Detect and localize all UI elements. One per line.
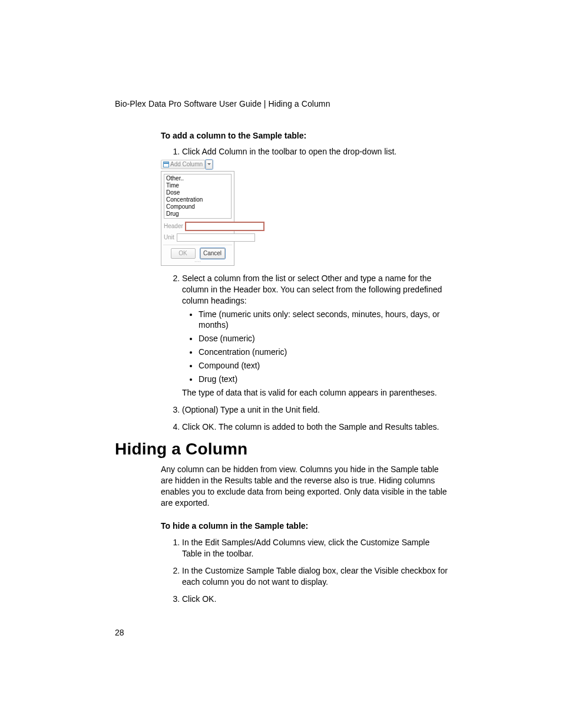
bullet-time: Time (numeric units only: select seconds… (199, 309, 449, 331)
option-concentration[interactable]: Concentration (166, 196, 229, 203)
cancel-button[interactable]: Cancel (200, 248, 225, 259)
bullet-dose: Dose (numeric) (199, 333, 449, 344)
bullet-drug: Drug (text) (199, 374, 449, 385)
page-number: 28 (115, 628, 124, 637)
breadcrumb: Bio-Plex Data Pro Software User Guide | … (115, 99, 330, 108)
step-2-bullets: Time (numeric units only: select seconds… (182, 309, 449, 385)
option-dose[interactable]: Dose (166, 189, 229, 196)
bullet-concentration: Concentration (numeric) (199, 347, 449, 358)
section1-subhead: To add a column to the Sample table: (161, 131, 449, 140)
hide-step-3: Click OK. (182, 594, 449, 605)
column-options-list[interactable]: Other.. Time Dose Concentration Compound… (164, 174, 232, 219)
unit-label: Unit (164, 234, 174, 241)
step-1: Click Add Column in the toolbar to open … (182, 146, 449, 157)
section1-steps: Click Add Column in the toolbar to open … (161, 146, 449, 157)
table-icon (163, 162, 169, 167)
add-column-dropdown-figure: Add Column Other.. Time Dose Concentrati… (161, 160, 234, 266)
step-4: Click OK. The column is added to both th… (182, 421, 449, 433)
section1-steps-cont: Select a column from the list or select … (161, 273, 449, 433)
unit-field[interactable] (177, 233, 255, 242)
add-column-button[interactable]: Add Column (161, 160, 205, 169)
option-drug[interactable]: Drug (166, 210, 229, 218)
option-time[interactable]: Time (166, 182, 229, 189)
bullet-compound: Compound (text) (199, 360, 449, 371)
ok-button[interactable]: OK (171, 248, 196, 259)
add-column-dropdown-toggle[interactable] (206, 160, 213, 169)
step-3: (Optional) Type a unit in the Unit field… (182, 404, 449, 416)
section2-steps: In the Edit Samples/Add Columns view, cl… (161, 537, 449, 604)
hide-step-1: In the Edit Samples/Add Columns view, cl… (182, 537, 449, 559)
option-other[interactable]: Other.. (166, 175, 229, 182)
section2-heading: Hiding a Column (115, 440, 247, 459)
section2-paragraph: Any column can be hidden from view. Colu… (161, 464, 449, 509)
hide-step-2: In the Customize Sample Table dialog box… (182, 565, 449, 588)
chevron-down-icon (207, 163, 211, 165)
header-field[interactable] (186, 222, 264, 230)
section2-subhead: To hide a column in the Sample table: (161, 521, 449, 532)
step-2-trailer: The type of data that is valid for each … (182, 387, 449, 398)
step-1-text: Click Add Column in the toolbar to open … (182, 147, 396, 156)
add-column-button-label: Add Column (170, 161, 203, 167)
step-2-intro: Select a column from the list or select … (182, 274, 442, 305)
header-label: Header (164, 223, 183, 229)
step-2: Select a column from the list or select … (182, 273, 449, 398)
add-column-panel: Other.. Time Dose Concentration Compound… (161, 171, 234, 266)
option-compound[interactable]: Compound (166, 203, 229, 210)
divider (163, 245, 232, 245)
resize-grip-icon: ···· (161, 260, 234, 263)
